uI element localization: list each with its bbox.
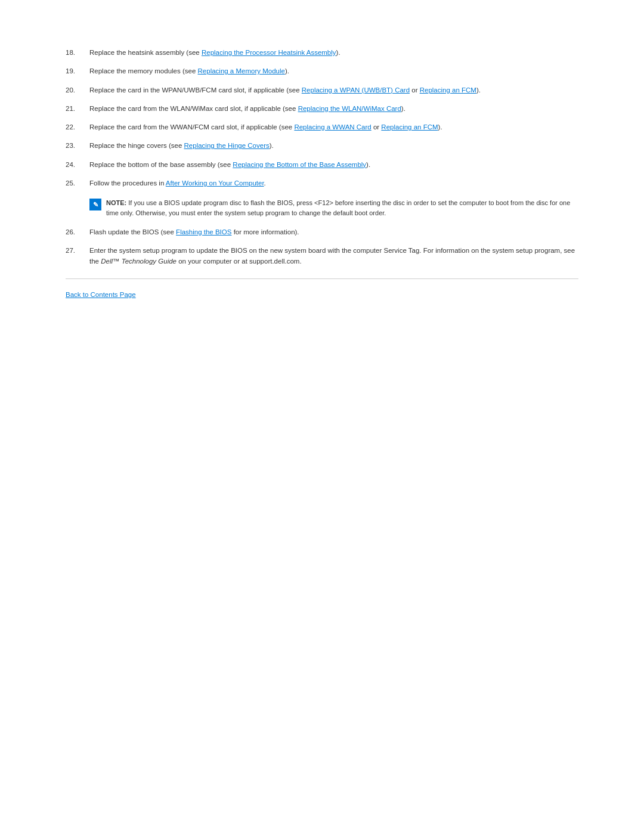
link-wlan-card[interactable]: Replacing the WLAN/WiMax Card	[298, 105, 401, 112]
step-text-22: Replace the card from the WWAN/FCM card …	[89, 122, 442, 132]
step-number-21: 21.	[66, 104, 89, 114]
link-wwan-card[interactable]: Replacing a WWAN Card	[294, 123, 371, 131]
note-text: If you use a BIOS update program disc to…	[106, 199, 570, 216]
step-text-27: Enter the system setup program to update…	[89, 246, 578, 267]
link-fcm-1[interactable]: Replacing an FCM	[420, 86, 476, 94]
step-text-23: Replace the hinge covers (see Replacing …	[89, 141, 274, 151]
back-to-contents-link[interactable]: Back to Contents Page	[66, 291, 136, 298]
step-number-24: 24.	[66, 160, 89, 170]
italic-text: Dell™ Technology Guide	[101, 258, 177, 265]
step-number-19: 19.	[66, 66, 89, 76]
step-item-21: 21. Replace the card from the WLAN/WiMax…	[66, 104, 578, 114]
link-wpan-card[interactable]: Replacing a WPAN (UWB/BT) Card	[302, 86, 410, 94]
step-text-18: Replace the heatsink assembly (see Repla…	[89, 48, 340, 58]
step-item-20: 20. Replace the card in the WPAN/UWB/FCM…	[66, 85, 578, 95]
link-fcm-2[interactable]: Replacing an FCM	[381, 123, 438, 131]
step-number-23: 23.	[66, 141, 89, 151]
divider	[66, 278, 578, 279]
link-heatsink-assembly[interactable]: Replacing the Processor Heatsink Assembl…	[202, 49, 336, 56]
step-number-20: 20.	[66, 85, 89, 95]
link-after-working[interactable]: After Working on Your Computer	[166, 179, 264, 187]
step-number-18: 18.	[66, 48, 89, 58]
note-label: NOTE:	[106, 199, 126, 206]
step-number-27: 27.	[66, 246, 89, 267]
step-text-24: Replace the bottom of the base assembly …	[89, 160, 370, 170]
step-item-27: 27. Enter the system setup program to up…	[66, 246, 578, 267]
note-box: ✎ NOTE: If you use a BIOS update program…	[89, 198, 578, 218]
step-list: 18. Replace the heatsink assembly (see R…	[66, 48, 578, 188]
step-item-23: 23. Replace the hinge covers (see Replac…	[66, 141, 578, 151]
step-item-22: 22. Replace the card from the WWAN/FCM c…	[66, 122, 578, 132]
step-text-19: Replace the memory modules (see Replacin…	[89, 66, 289, 76]
link-memory-module[interactable]: Replacing a Memory Module	[198, 67, 285, 75]
step-text-26: Flash update the BIOS (see Flashing the …	[89, 227, 299, 237]
link-bottom-base-assembly[interactable]: Replacing the Bottom of the Base Assembl…	[233, 161, 366, 168]
page-container: 18. Replace the heatsink assembly (see R…	[0, 0, 644, 334]
step-item-24: 24. Replace the bottom of the base assem…	[66, 160, 578, 170]
step-item-26: 26. Flash update the BIOS (see Flashing …	[66, 227, 578, 237]
step-list-after-note: 26. Flash update the BIOS (see Flashing …	[66, 227, 578, 267]
link-hinge-covers[interactable]: Replacing the Hinge Covers	[184, 142, 270, 149]
step-item-18: 18. Replace the heatsink assembly (see R…	[66, 48, 578, 58]
step-item-19: 19. Replace the memory modules (see Repl…	[66, 66, 578, 76]
link-flashing-bios[interactable]: Flashing the BIOS	[176, 228, 231, 236]
step-number-22: 22.	[66, 122, 89, 132]
note-content: NOTE: If you use a BIOS update program d…	[106, 198, 578, 218]
step-item-25: 25. Follow the procedures in After Worki…	[66, 178, 578, 188]
step-text-21: Replace the card from the WLAN/WiMax car…	[89, 104, 405, 114]
step-text-25: Follow the procedures in After Working o…	[89, 178, 266, 188]
step-number-26: 26.	[66, 227, 89, 237]
step-number-25: 25.	[66, 178, 89, 188]
step-text-20: Replace the card in the WPAN/UWB/FCM car…	[89, 85, 481, 95]
back-link-container: Back to Contents Page	[66, 291, 578, 298]
note-icon: ✎	[89, 199, 101, 210]
